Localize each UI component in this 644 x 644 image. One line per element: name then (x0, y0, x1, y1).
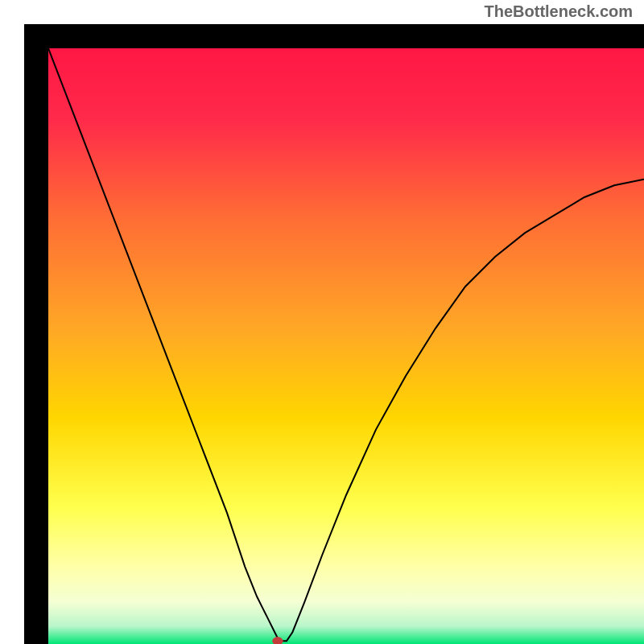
watermark-text: TheBottleneck.com (485, 2, 633, 21)
bottleneck-chart (48, 48, 644, 644)
gradient-background (48, 48, 644, 644)
chart-container (24, 24, 644, 644)
